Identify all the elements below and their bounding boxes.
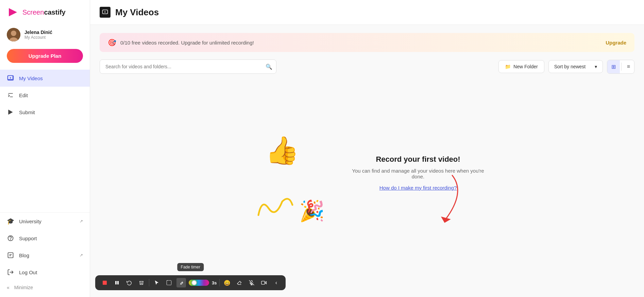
fade-timer-tooltip: Fade timer (177, 263, 204, 271)
sidebar-item-university[interactable]: 🎓 University ↗ (0, 213, 90, 230)
page-title: My Videos (115, 7, 159, 18)
sidebar-item-submit[interactable]: Submit (0, 104, 90, 121)
list-view-button[interactable]: ≡ (623, 60, 634, 73)
page-header-icon (100, 7, 111, 18)
avatar (7, 28, 20, 41)
red-arrow (384, 165, 486, 233)
sidebar: Screencastify Jelena Dinić My Account Up… (0, 0, 90, 297)
ann-camera-button[interactable] (259, 278, 269, 287)
ann-pointer-button[interactable] (152, 278, 162, 287)
page-header: My Videos (90, 0, 644, 25)
svg-rect-14 (115, 281, 117, 284)
color-picker-bar[interactable] (189, 280, 209, 286)
sidebar-item-my-videos[interactable]: My Videos (0, 70, 90, 87)
minimize-icon: « (7, 285, 10, 290)
color-thumb (191, 280, 197, 285)
submit-icon (7, 108, 14, 116)
view-toggle: ⊞ ≡ (607, 60, 634, 74)
toolbar-right: 📁 New Folder Sort by newest ▾ ⊞ ≡ (498, 60, 634, 74)
user-name: Jelena Dinić (24, 30, 52, 35)
svg-rect-20 (261, 281, 265, 284)
main-content: My Videos 🎯 0/10 free videos recorded. U… (90, 0, 644, 297)
party-emoji: 🎉 (299, 199, 325, 223)
view-divider (621, 63, 622, 71)
svg-marker-12 (439, 216, 451, 224)
banner-left: 🎯 0/10 free videos recorded. Upgrade for… (108, 38, 254, 47)
search-button[interactable]: 🔍 (266, 64, 272, 70)
ann-draw-button[interactable] (176, 278, 186, 287)
new-folder-icon: 📁 (505, 64, 511, 69)
main-body: 🎯 0/10 free videos recorded. Upgrade for… (90, 25, 644, 297)
user-account-label: My Account (24, 35, 52, 40)
ann-replay-button[interactable] (124, 278, 134, 287)
new-folder-label: New Folder (513, 64, 538, 69)
fade-timer-value: 3s (212, 280, 217, 285)
sidebar-logo: Screencastify (0, 0, 90, 24)
ann-collapse-button[interactable]: ‹ (271, 278, 281, 287)
banner-upgrade-button[interactable]: Upgrade (606, 40, 626, 46)
banner-icon: 🎯 (108, 38, 116, 47)
empty-state-title: Record your first video! (350, 155, 486, 164)
minimize-item[interactable]: « Minimize (0, 281, 90, 294)
logo-text: Screencastify (22, 8, 66, 16)
screencastify-logo-icon (7, 6, 19, 18)
ann-divider-1 (149, 279, 149, 286)
upgrade-plan-button[interactable]: Upgrade Plan (7, 49, 83, 63)
edit-label: Edit (19, 92, 83, 98)
blog-external-icon: ↗ (80, 253, 83, 258)
grid-view-button[interactable]: ⊞ (607, 60, 620, 73)
scribble-decoration (255, 191, 296, 223)
my-videos-label: My Videos (19, 75, 83, 81)
sidebar-bottom: 🎓 University ↗ Support Blog ↗ (0, 212, 90, 297)
sort-dropdown[interactable]: Sort by newest ▾ (548, 60, 603, 73)
ann-pause-button[interactable] (112, 278, 122, 287)
thumbs-up-emoji: 👍 (265, 135, 299, 167)
edit-icon (7, 91, 14, 99)
ann-selection-button[interactable] (164, 278, 174, 287)
logout-label: Log Out (19, 269, 83, 275)
support-icon (7, 234, 14, 242)
ann-divider-2 (219, 279, 220, 286)
sidebar-item-logout[interactable]: Log Out (0, 264, 90, 281)
ann-mute-button[interactable] (247, 278, 256, 287)
support-label: Support (19, 235, 83, 241)
blog-label: Blog (19, 252, 75, 258)
blog-icon (7, 251, 14, 259)
sort-chevron-icon: ▾ (595, 64, 597, 69)
university-icon: 🎓 (7, 217, 14, 225)
svg-point-2 (11, 31, 16, 36)
new-folder-button[interactable]: 📁 New Folder (498, 60, 544, 73)
search-input[interactable] (100, 59, 276, 74)
empty-state: 👍 🎉 Record your first video! You can fin… (100, 82, 634, 289)
sidebar-nav: My Videos Edit Submit 🎓 University ↗ (0, 67, 90, 297)
ann-emoji-button[interactable]: 😀 (222, 278, 232, 287)
ann-stop-record-button[interactable] (100, 278, 109, 287)
ann-delete-button[interactable] (137, 278, 146, 287)
toolbar: 🔍 📁 New Folder Sort by newest ▾ ⊞ ≡ (100, 59, 634, 74)
empty-state-container: 👍 🎉 Record your first video! You can fin… (248, 135, 486, 237)
banner-text: 0/10 free videos recorded. Upgrade for u… (120, 40, 254, 46)
my-videos-icon (7, 74, 14, 82)
logout-icon (7, 268, 14, 276)
svg-point-8 (11, 240, 11, 240)
upgrade-banner: 🎯 0/10 free videos recorded. Upgrade for… (100, 33, 634, 52)
sidebar-item-blog[interactable]: Blog ↗ (0, 247, 90, 264)
svg-marker-6 (8, 110, 13, 115)
submit-label: Submit (19, 109, 83, 115)
user-info: Jelena Dinić My Account (24, 30, 52, 40)
minimize-label: Minimize (14, 285, 33, 290)
university-external-icon: ↗ (80, 219, 83, 224)
svg-rect-15 (117, 281, 119, 284)
search-box: 🔍 (100, 59, 276, 74)
svg-rect-16 (167, 280, 171, 285)
svg-marker-0 (9, 8, 17, 16)
annotation-toolbar: Fade timer 3s 😀 ‹ (95, 275, 286, 290)
ann-eraser-button[interactable] (235, 278, 244, 287)
user-profile[interactable]: Jelena Dinić My Account (0, 24, 90, 45)
sort-label: Sort by newest (554, 64, 586, 69)
sidebar-item-support[interactable]: Support (0, 230, 90, 247)
university-label: University (19, 219, 75, 224)
sidebar-item-edit[interactable]: Edit (0, 87, 90, 104)
svg-rect-13 (103, 281, 107, 285)
svg-rect-9 (8, 253, 13, 258)
